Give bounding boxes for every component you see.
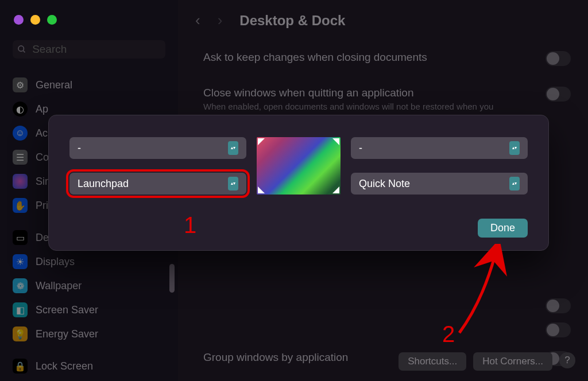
siri-icon bbox=[13, 174, 28, 189]
corner-select-bottom-right[interactable]: Quick Note ▴▾ bbox=[351, 173, 528, 195]
sidebar-item-screensaver[interactable]: ◧Screen Saver bbox=[0, 298, 178, 322]
page-title: Desktop & Dock bbox=[239, 13, 345, 29]
corner-value: Launchpad bbox=[78, 178, 129, 190]
desktop-icon: ▭ bbox=[13, 230, 28, 245]
lock-icon: 🔒 bbox=[13, 359, 28, 374]
corner-value: - bbox=[359, 142, 362, 154]
gear-icon: ⚙ bbox=[13, 77, 28, 92]
sidebar-item-label: Co bbox=[36, 151, 49, 164]
corner-marker-bl-icon bbox=[258, 186, 265, 193]
forward-button[interactable]: › bbox=[218, 11, 223, 29]
hand-icon: ✋ bbox=[13, 198, 28, 213]
search-input[interactable] bbox=[32, 43, 161, 56]
toggle-ask-keep[interactable] bbox=[546, 51, 571, 66]
help-button[interactable]: ? bbox=[559, 352, 575, 368]
sidebar-item-lock[interactable]: 🔒Lock Screen bbox=[0, 354, 178, 378]
corner-value: Quick Note bbox=[359, 178, 410, 190]
minimize-window-button[interactable] bbox=[30, 15, 40, 25]
sidebar-item-general[interactable]: ⚙General bbox=[0, 73, 178, 97]
sidebar-scrollbar[interactable] bbox=[169, 264, 175, 293]
sidebar-item-label: Screen Saver bbox=[36, 304, 98, 316]
window-controls bbox=[14, 15, 57, 25]
shortcuts-button[interactable]: Shortcuts... bbox=[399, 352, 466, 371]
sidebar-item-displays[interactable]: ☀Displays bbox=[0, 250, 178, 274]
search-icon bbox=[17, 44, 26, 55]
sidebar-item-label: Energy Saver bbox=[36, 328, 98, 340]
sidebar-item-label: Pri bbox=[36, 200, 48, 212]
maximize-window-button[interactable] bbox=[47, 15, 57, 25]
toggle-generic-1[interactable] bbox=[546, 298, 571, 313]
sidebar-item-label: General bbox=[36, 79, 72, 91]
sidebar-item-label: Ap bbox=[36, 103, 48, 115]
appearance-icon: ◐ bbox=[13, 102, 28, 116]
corner-marker-br-icon bbox=[332, 186, 339, 193]
toggle-generic-2[interactable] bbox=[546, 322, 571, 337]
svg-line-1 bbox=[23, 50, 25, 52]
close-window-button[interactable] bbox=[14, 15, 24, 25]
sidebar-item-energy[interactable]: 💡Energy Saver bbox=[0, 322, 178, 346]
setting-label: Ask to keep changes when closing documen… bbox=[203, 51, 427, 64]
wallpaper-icon: ❁ bbox=[13, 278, 28, 293]
setting-ask-keep: Ask to keep changes when closing documen… bbox=[178, 41, 588, 76]
chevron-up-down-icon: ▴▾ bbox=[228, 141, 238, 155]
screensaver-icon: ◧ bbox=[13, 302, 28, 317]
search-box[interactable] bbox=[13, 40, 165, 59]
chevron-up-down-icon: ▴▾ bbox=[509, 141, 520, 155]
back-button[interactable]: ‹ bbox=[195, 11, 200, 29]
bulb-icon: 💡 bbox=[13, 326, 28, 341]
toggle-close-windows[interactable] bbox=[546, 87, 571, 102]
hot-corners-modal: - ▴▾ - ▴▾ Launchpad ▴▾ Quick Note ▴▾ Don… bbox=[48, 115, 549, 251]
accessibility-icon: ☺ bbox=[13, 126, 28, 141]
sidebar-item-wallpaper[interactable]: ❁Wallpaper bbox=[0, 274, 178, 298]
corner-select-top-right[interactable]: - ▴▾ bbox=[351, 137, 528, 159]
chevron-up-down-icon: ▴▾ bbox=[509, 177, 520, 190]
setting-separate-spaces: Displays have separate Spaces bbox=[178, 376, 588, 381]
sliders-icon: ☰ bbox=[13, 150, 28, 165]
done-button[interactable]: Done bbox=[478, 219, 528, 238]
sidebar-item-label: De bbox=[36, 232, 49, 244]
display-preview bbox=[257, 137, 341, 195]
sidebar-item-label: Lock Screen bbox=[36, 360, 93, 372]
sidebar-item-label: Ac bbox=[36, 127, 48, 139]
chevron-up-down-icon: ▴▾ bbox=[228, 177, 238, 190]
corner-value: - bbox=[78, 142, 81, 154]
corner-select-bottom-left[interactable]: Launchpad ▴▾ bbox=[69, 173, 246, 195]
setting-label: Group windows by application bbox=[203, 351, 348, 364]
footer-buttons: Shortcuts... Hot Corners... ? bbox=[399, 352, 575, 371]
corner-marker-tr-icon bbox=[332, 138, 339, 145]
setting-label: Close windows when quitting an applicati… bbox=[203, 87, 493, 99]
corner-select-top-left[interactable]: - ▴▾ bbox=[69, 137, 246, 159]
main-header: ‹ › Desktop & Dock bbox=[178, 0, 588, 41]
displays-icon: ☀ bbox=[13, 254, 28, 269]
corner-marker-tl-icon bbox=[258, 138, 265, 145]
hot-corners-button[interactable]: Hot Corners... bbox=[473, 352, 552, 371]
setting-sublabel: When enabled, open documents and windows… bbox=[203, 102, 493, 111]
sidebar-item-label: Displays bbox=[36, 256, 75, 268]
sidebar-item-label: Sir bbox=[36, 176, 48, 188]
sidebar-item-label: Wallpaper bbox=[36, 280, 82, 292]
svg-point-0 bbox=[18, 46, 24, 51]
